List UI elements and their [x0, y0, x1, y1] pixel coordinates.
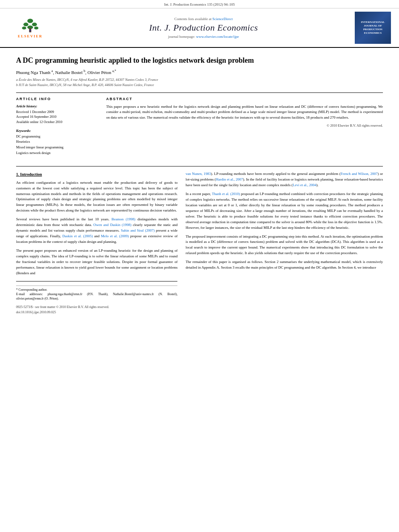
corresponding-label: * Corresponding author. — [16, 288, 177, 292]
sciencedirect-link[interactable]: ScienceDirect — [212, 17, 232, 21]
keyword-logistics: Logistics network design — [16, 150, 97, 156]
article-info-heading: ARTICLE INFO — [16, 97, 97, 101]
article-title: A DC programming heuristic applied to th… — [16, 56, 383, 65]
right-para3: The proposed improvement consists of int… — [185, 234, 383, 257]
levi-ref[interactable]: Levi et al., 2004 — [293, 183, 317, 187]
copyright-line: © 2010 Elsevier B.V. All rights reserved… — [106, 123, 383, 127]
authors-line: Phuong Nga Thanh a, Nathalie Bostel b, O… — [16, 69, 383, 75]
keyword-dc: DC programming — [16, 134, 97, 140]
homepage-label: journal homepage: — [168, 35, 195, 39]
elsevier-label: ELSEVIER — [18, 34, 43, 38]
keywords-section: Keywords: DC programming Heuristics Mixe… — [16, 129, 97, 156]
author-phuong: Phuong Nga Thanh a — [16, 70, 53, 75]
issn-line: 0925-5273/$ - see front matter © 2010 El… — [16, 305, 177, 315]
email-line: E-mail addresses: phuong-nga.thanh@emn.f… — [16, 292, 177, 301]
sahin-siral-ref[interactable]: Sahin and Siral (2007) — [121, 228, 155, 232]
journal-title: Int. J. Production Economics — [52, 23, 355, 33]
svg-point-7 — [29, 30, 31, 31]
hardin-ref[interactable]: Hardin et al., 2007 — [216, 177, 243, 181]
thanh-2010-ref[interactable]: Thanh et al. (2010) — [212, 192, 240, 196]
footnote-divider — [16, 286, 177, 286]
main-body: 1. Introduction An efficient configurati… — [16, 166, 383, 315]
journal-homepage: journal homepage: www.elsevier.com/locat… — [52, 35, 355, 39]
author-nathalie: Nathalie Bostel b — [55, 70, 85, 75]
email-label: E-mail addresses: — [16, 292, 43, 296]
french-wilson-ref[interactable]: French and Wilson, 2007 — [341, 172, 378, 176]
right-para4: The remainder of this paper is organised… — [185, 259, 383, 271]
svg-point-5 — [34, 27, 38, 29]
right-para2: In a recent paper, Thanh et al. (2010) p… — [185, 191, 383, 231]
accepted-date: Accepted 16 September 2010 — [16, 114, 97, 119]
svg-point-1 — [23, 23, 28, 26]
beamon-ref[interactable]: Beamon (1998) — [111, 217, 135, 221]
contents-line: Contents lists available at ScienceDirec… — [52, 17, 355, 21]
abstract-text: This paper proposes a new heuristic meth… — [106, 104, 383, 121]
keyword-heuristics: Heuristics — [16, 139, 97, 145]
logo-right-text: International Journal of Production Econ… — [361, 21, 385, 35]
contents-text: Contents lists available at — [175, 17, 212, 21]
affiliation-a: a École des Mines de Nantes, IRCCyN, 4 r… — [16, 77, 383, 82]
footnote-section: * Corresponding author. E-mail addresses… — [16, 281, 177, 301]
journal-logo-right: International Journal of Production Econ… — [355, 12, 391, 44]
left-column: 1. Introduction An efficient configurati… — [16, 171, 177, 315]
intro-para3: The present paper proposes an enhanced v… — [16, 248, 177, 276]
section1-heading: 1. Introduction — [16, 171, 177, 178]
affiliation-b: b IUT de Saint-Nazaire, IRCCyN, 58 rue M… — [16, 82, 383, 88]
benders-vanNunen-ref[interactable]: van Nunen, 1983 — [185, 172, 211, 176]
abstract-panel: ABSTRACT This paper proposes a new heuri… — [106, 97, 383, 160]
article-content: A DC programming heuristic applied to th… — [0, 48, 399, 323]
svg-point-2 — [32, 23, 37, 26]
article-info-abstract: ARTICLE INFO Article history: Received 1… — [16, 92, 383, 160]
svg-point-0 — [27, 19, 33, 23]
journal-citation: Int. J. Production Economics 135 (2012) … — [164, 2, 234, 6]
received-date: Received 1 December 2009 — [16, 109, 97, 115]
melo-ref[interactable]: Melo et al. (2009) — [101, 234, 129, 238]
right-para1: van Nunen, 1983). LP-rounding methods ha… — [185, 171, 383, 188]
elsevier-tree-icon — [19, 17, 41, 33]
homepage-link[interactable]: www.elsevier.com/locate/ijpe — [196, 35, 239, 39]
journal-header-center: Contents lists available at ScienceDirec… — [52, 17, 355, 39]
intro-para2: Several reviews have been published in t… — [16, 217, 177, 245]
keyword-milp: Mixed integer linear programming — [16, 145, 97, 150]
intro-para1: An efficient configuration of a logistic… — [16, 180, 177, 214]
abstract-heading: ABSTRACT — [106, 97, 383, 101]
daskin-ref[interactable]: Daskin et al. (2005) — [62, 234, 93, 238]
article-info-panel: ARTICLE INFO Article history: Received 1… — [16, 97, 97, 160]
keywords-title: Keywords: — [16, 129, 97, 133]
affiliations: a École des Mines de Nantes, IRCCyN, 4 r… — [16, 77, 383, 88]
right-column: van Nunen, 1983). LP-rounding methods ha… — [185, 171, 383, 315]
article-history: Article history: Received 1 December 200… — [16, 104, 97, 125]
history-title: Article history: — [16, 104, 97, 108]
keywords-list: DC programming Heuristics Mixed integer … — [16, 134, 97, 156]
owen-daskin-ref[interactable]: Owen and Daskin (1998) — [93, 223, 132, 227]
elsevier-logo-left: ELSEVIER — [8, 17, 52, 38]
author-olivier: Olivier Péton a,* — [88, 70, 116, 75]
svg-point-3 — [22, 27, 26, 29]
section1-title: Introduction — [20, 172, 42, 177]
available-date: Available online 12 October 2010 — [16, 119, 97, 125]
issn-text: 0925-5273/$ - see front matter © 2010 El… — [16, 305, 177, 310]
journal-header: ELSEVIER Contents lists available at Sci… — [0, 8, 399, 48]
section1-number: 1. — [16, 172, 19, 177]
doi-text: doi:10.1016/j.ijpe.2010.09.025 — [16, 310, 177, 315]
top-bar: Int. J. Production Economics 135 (2012) … — [0, 0, 399, 8]
